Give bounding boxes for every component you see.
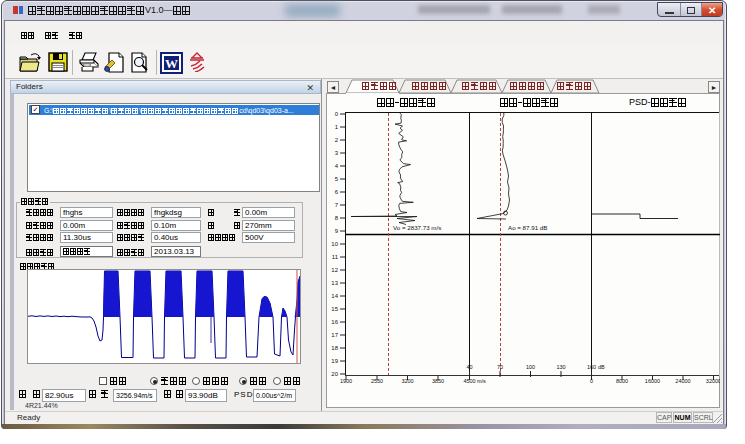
svg-text:160: 160: [587, 364, 596, 370]
svg-text:0: 0: [335, 111, 339, 117]
svg-text:8000: 8000: [616, 378, 628, 384]
svg-text:1: 1: [335, 124, 339, 130]
svg-text:Vo = 2837.73 m/s: Vo = 2837.73 m/s: [393, 224, 441, 231]
svg-text:15: 15: [331, 306, 338, 312]
svg-text:32000: 32000: [706, 378, 720, 384]
svg-text:4500: 4500: [463, 378, 475, 384]
svg-text:7: 7: [335, 202, 339, 208]
svg-text:1900: 1900: [340, 378, 352, 384]
svg-text:2550: 2550: [371, 378, 383, 384]
svg-text:16000: 16000: [645, 378, 660, 384]
svg-text:0: 0: [590, 378, 593, 384]
svg-text:70: 70: [497, 364, 503, 370]
svg-text:13: 13: [331, 280, 338, 286]
svg-text:40: 40: [466, 364, 472, 370]
svg-text:Ao = 87.91 dB: Ao = 87.91 dB: [508, 224, 547, 231]
svg-text:16: 16: [331, 319, 338, 325]
svg-text:130: 130: [556, 364, 565, 370]
svg-text:18: 18: [331, 345, 338, 351]
svg-text:3: 3: [335, 150, 339, 156]
svg-text:20: 20: [331, 371, 338, 377]
svg-text:11: 11: [332, 254, 339, 260]
svg-text:9: 9: [335, 228, 339, 234]
svg-text:W: W: [165, 56, 178, 71]
svg-text:m/s: m/s: [477, 378, 486, 384]
svg-text:14: 14: [331, 293, 338, 299]
svg-text:10: 10: [331, 241, 338, 247]
svg-text:17: 17: [331, 332, 338, 338]
svg-text:8: 8: [335, 215, 339, 221]
svg-text:dB: dB: [598, 364, 605, 370]
svg-text:5: 5: [335, 176, 339, 182]
svg-text:24000: 24000: [675, 378, 690, 384]
svg-text:2: 2: [335, 137, 339, 143]
svg-text:6: 6: [335, 189, 339, 195]
svg-text:19: 19: [331, 358, 338, 364]
svg-text:4: 4: [335, 163, 339, 169]
svg-text:100: 100: [526, 364, 535, 370]
svg-text:12: 12: [331, 267, 338, 273]
svg-text:3850: 3850: [432, 378, 444, 384]
svg-text:3200: 3200: [401, 378, 413, 384]
